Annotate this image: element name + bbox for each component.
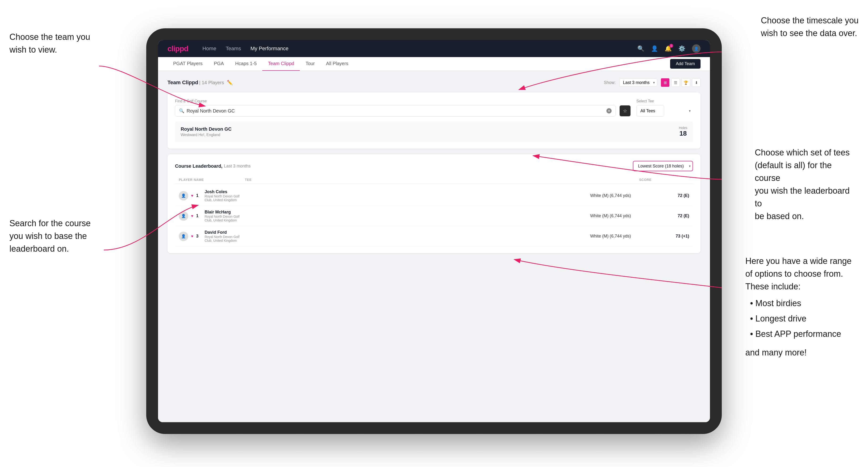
- col-score: SCORE: [590, 178, 651, 182]
- notification-icon[interactable]: 🔔 1: [665, 45, 672, 52]
- course-result: Royal North Devon GC Westward Ho!, Engla…: [175, 121, 693, 142]
- course-search-card: Find a Golf Course 🔍 ✕ ☆ Select Tee: [167, 92, 701, 149]
- nav-my-performance[interactable]: My Performance: [250, 45, 288, 52]
- tablet-frame: clippd Home Teams My Performance 🔍 👤 🔔 1…: [146, 28, 722, 434]
- add-team-button[interactable]: Add Team: [670, 59, 701, 69]
- annotation-bottom-left: Search for the course you wish to base t…: [9, 217, 91, 255]
- holes-value: 18: [680, 130, 687, 137]
- rank-3: 3: [196, 234, 202, 239]
- sub-nav-pgat[interactable]: PGAT Players: [167, 57, 208, 71]
- nav-home[interactable]: Home: [203, 45, 216, 52]
- bullet-3: Best APP performance: [750, 326, 859, 342]
- table-row: 👤 ♥ 1 Blair McHarg Royal North Devon Gol…: [175, 206, 693, 226]
- bullet-2: Longest drive: [750, 311, 859, 326]
- select-tee-label: Select Tee: [637, 99, 693, 103]
- search-row: 🔍 ✕ ☆: [175, 105, 631, 117]
- bullet-list: Most birdies Longest drive Best APP perf…: [745, 296, 859, 342]
- table-header: PLAYER NAME TEE SCORE: [175, 176, 693, 184]
- nav-bar: clippd Home Teams My Performance 🔍 👤 🔔 1…: [158, 40, 710, 57]
- player-avatar-2: 👤: [179, 211, 188, 221]
- team-count: | 14 Players: [199, 80, 224, 85]
- col-tee: TEE: [245, 178, 590, 182]
- score-type-wrapper: Lowest Score (18 holes) Most Birdies Lon…: [633, 161, 693, 171]
- holes-label: Holes: [679, 126, 687, 130]
- player-avatar-1: 👤: [179, 191, 188, 200]
- profile-icon[interactable]: 👤: [651, 45, 658, 52]
- player-score-3: 73 (+1): [651, 234, 689, 239]
- rank-2: 1: [196, 214, 202, 218]
- avatar[interactable]: 👤: [692, 44, 701, 53]
- clear-search-button[interactable]: ✕: [607, 108, 612, 114]
- leaderboard-subtitle: Last 3 months: [224, 164, 250, 168]
- course-result-info: Royal North Devon GC Westward Ho!, Engla…: [181, 126, 231, 137]
- leaderboard-card: Course Leaderboard, Last 3 months Lowest…: [167, 154, 701, 253]
- leaderboard-header: Course Leaderboard, Last 3 months Lowest…: [175, 161, 693, 171]
- show-period-select[interactable]: Last 3 months Last 6 months Last year: [619, 79, 657, 87]
- show-period-wrapper: Last 3 months Last 6 months Last year: [619, 79, 657, 87]
- trophy-view-button[interactable]: 🏆: [682, 78, 690, 87]
- search-icon[interactable]: 🔍: [637, 45, 644, 52]
- app-logo: clippd: [167, 44, 188, 53]
- player-info-3: 👤 ♥ 3 David Ford Royal North Devon Golf …: [179, 230, 245, 243]
- settings-icon[interactable]: ⚙️: [678, 45, 685, 52]
- tee-select[interactable]: All Tees White (M) Yellow (M) Red (L): [637, 105, 664, 117]
- player-name-2: Blair McHarg: [205, 210, 245, 215]
- annotation-mid-right: Choose which set of tees (default is all…: [755, 146, 859, 223]
- team-title: Team Clippd: [167, 80, 198, 86]
- nav-teams[interactable]: Teams: [226, 45, 241, 52]
- edit-icon[interactable]: ✏️: [227, 80, 233, 85]
- team-header: Team Clippd | 14 Players ✏️ Show: Last 3…: [167, 78, 701, 87]
- course-result-location: Westward Ho!, England: [181, 133, 231, 137]
- tablet-screen: clippd Home Teams My Performance 🔍 👤 🔔 1…: [158, 40, 710, 422]
- annotation-top-right: Choose the timescale you wish to see the…: [761, 14, 859, 40]
- grid-view-button[interactable]: ⊞: [661, 78, 670, 87]
- list-view-button[interactable]: ☰: [671, 78, 680, 87]
- player-tee-3: White (M) (6,744 yds): [590, 234, 651, 239]
- show-label: Show:: [604, 80, 616, 85]
- sub-nav-tour[interactable]: Tour: [300, 57, 320, 71]
- score-type-select[interactable]: Lowest Score (18 holes) Most Birdies Lon…: [633, 161, 693, 171]
- player-score-1: 72 (E): [651, 193, 689, 198]
- player-info-2: 👤 ♥ 1 Blair McHarg Royal North Devon Gol…: [179, 210, 245, 222]
- player-club-3: Royal North Devon Golf Club, United King…: [205, 235, 245, 243]
- table-row: 👤 ♥ 3 David Ford Royal North Devon Golf …: [175, 226, 693, 247]
- player-score-2: 72 (E): [651, 214, 689, 218]
- bullet-1: Most birdies: [750, 296, 859, 311]
- player-name-1: Josh Coles: [205, 189, 245, 194]
- player-tee-1: White (M) (6,744 yds): [590, 193, 651, 198]
- heart-icon-2: ♥: [191, 214, 193, 218]
- heart-icon-1: ♥: [191, 194, 193, 198]
- sub-nav: PGAT Players PGA Hcaps 1-5 Team Clippd T…: [158, 57, 710, 71]
- download-button[interactable]: ⬇: [692, 78, 701, 87]
- leaderboard-title: Course Leaderboard,: [175, 163, 222, 169]
- and-more: and many more!: [745, 346, 859, 359]
- annotation-top-left: Choose the team you wish to view.: [9, 31, 90, 56]
- sub-nav-pga[interactable]: PGA: [208, 57, 229, 71]
- nav-links: Home Teams My Performance: [203, 45, 637, 52]
- search-input-wrap: 🔍 ✕: [175, 105, 616, 117]
- player-avatar-3: 👤: [179, 231, 188, 241]
- player-club-2: Royal North Devon Golf Club, United King…: [205, 215, 245, 222]
- heart-icon-3: ♥: [191, 234, 193, 239]
- player-tee-2: White (M) (6,744 yds): [590, 214, 651, 218]
- col-player-name: PLAYER NAME: [179, 178, 245, 182]
- sub-nav-team-clippd[interactable]: Team Clippd: [262, 57, 300, 71]
- rank-1: 1: [196, 193, 202, 198]
- course-search-input[interactable]: [187, 108, 607, 114]
- tee-select-wrapper: All Tees White (M) Yellow (M) Red (L): [637, 105, 693, 117]
- select-tee-wrap: Select Tee All Tees White (M) Yellow (M)…: [637, 99, 693, 117]
- sub-nav-all-players[interactable]: All Players: [320, 57, 354, 71]
- favorite-button[interactable]: ☆: [619, 105, 631, 117]
- sub-nav-hcaps[interactable]: Hcaps 1-5: [229, 57, 262, 71]
- view-icons: ⊞ ☰ 🏆 ⬇: [661, 78, 701, 87]
- holes-badge: Holes 18: [679, 126, 687, 137]
- find-course-label: Find a Golf Course: [175, 99, 631, 103]
- nav-icons: 🔍 👤 🔔 1 ⚙️ 👤: [637, 44, 701, 53]
- team-header-right: Show: Last 3 months Last 6 months Last y…: [604, 78, 701, 87]
- player-club-1: Royal North Devon Golf Club, United King…: [205, 194, 245, 202]
- annotation-bottom-right: Here you have a wide range of options to…: [745, 255, 859, 359]
- search-icon: 🔍: [179, 108, 184, 114]
- course-result-name: Royal North Devon GC: [181, 126, 231, 132]
- player-name-3: David Ford: [205, 230, 245, 235]
- player-info-1: 👤 ♥ 1 Josh Coles Royal North Devon Golf …: [179, 189, 245, 202]
